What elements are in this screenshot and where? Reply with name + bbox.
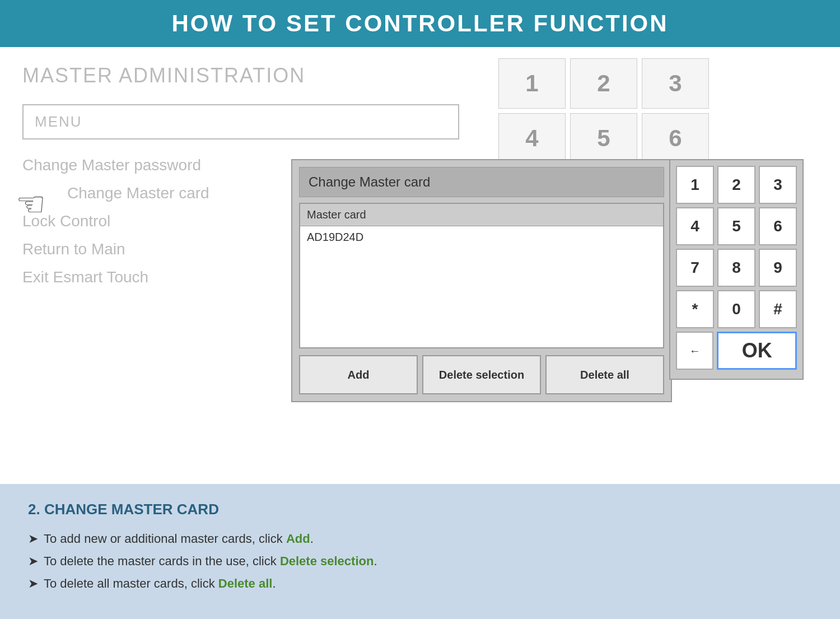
info-text-3: To delete all master cards, click Delete…: [44, 576, 276, 591]
dialog-keypad: 1 2 3 4 5 6 7 8 9 * 0 # ← OK: [669, 159, 804, 380]
delete-all-button[interactable]: Delete all: [545, 355, 664, 394]
bg-key-5: 5: [570, 113, 637, 164]
info-section: 2. CHANGE MASTER CARD ➤ To add new or ad…: [0, 484, 840, 619]
dialog-title: Change Master card: [299, 167, 664, 197]
dialog-keypad-row-1: 1 2 3: [676, 166, 797, 204]
info-text-2: To delete the master cards in the use, c…: [44, 554, 377, 569]
page-title: HOW TO SET CONTROLLER FUNCTION: [0, 10, 840, 37]
info-item-add: ➤ To add new or additional master cards,…: [28, 532, 812, 546]
dialog-keypad-row-2: 4 5 6: [676, 207, 797, 245]
dialog-key-back[interactable]: ←: [676, 332, 713, 370]
info-section-title: 2. CHANGE MASTER CARD: [28, 501, 812, 518]
delete-selection-button[interactable]: Delete selection: [422, 355, 541, 394]
keypad-row-2: 4 5 6: [498, 113, 823, 164]
change-master-card-dialog: Change Master card Master card AD19D24D …: [291, 159, 672, 402]
dialog-key-5[interactable]: 5: [717, 207, 755, 245]
master-admin-title: MASTER ADMINISTRATION: [22, 64, 459, 87]
dialog-keypad-row-4: * 0 #: [676, 290, 797, 328]
dialog-buttons: Add Delete selection Delete all: [299, 355, 664, 394]
info-item-delete-all: ➤ To delete all master cards, click Dele…: [28, 576, 812, 591]
list-item-card[interactable]: AD19D24D: [300, 226, 663, 248]
info-item-delete-selection: ➤ To delete the master cards in the use,…: [28, 554, 812, 569]
dialog-key-9[interactable]: 9: [759, 249, 797, 287]
dialog-key-ok[interactable]: OK: [717, 332, 797, 370]
page-header: HOW TO SET CONTROLLER FUNCTION: [0, 0, 840, 47]
dialog-keypad-row-3: 7 8 9: [676, 249, 797, 287]
menu-box: MENU: [22, 104, 459, 139]
arrow-icon-1: ➤: [28, 532, 38, 546]
dialog-key-3[interactable]: 3: [759, 166, 797, 204]
arrow-icon-2: ➤: [28, 554, 38, 569]
dialog-list-header: Master card: [300, 204, 663, 226]
dialog-key-8[interactable]: 8: [717, 249, 755, 287]
bg-key-3: 3: [642, 58, 709, 109]
dialog-key-star[interactable]: *: [676, 290, 714, 328]
main-content: MASTER ADMINISTRATION MENU ☜ Change Mast…: [0, 47, 840, 484]
bg-key-4: 4: [498, 113, 566, 164]
dialog-key-1[interactable]: 1: [676, 166, 714, 204]
dialog-key-6[interactable]: 6: [759, 207, 797, 245]
menu-label: MENU: [35, 113, 82, 130]
dialog-key-0[interactable]: 0: [717, 290, 755, 328]
bg-key-6: 6: [642, 113, 709, 164]
arrow-icon-3: ➤: [28, 576, 38, 591]
bg-key-1: 1: [498, 58, 566, 109]
dialog-key-2[interactable]: 2: [717, 166, 755, 204]
dialog-keypad-row-5: ← OK: [676, 332, 797, 370]
dialog-list-box[interactable]: Master card AD19D24D: [299, 203, 664, 348]
add-button[interactable]: Add: [299, 355, 418, 394]
bg-key-2: 2: [570, 58, 637, 109]
keypad-row-1: 1 2 3: [498, 58, 823, 109]
dialog-key-4[interactable]: 4: [676, 207, 714, 245]
dialog-key-7[interactable]: 7: [676, 249, 714, 287]
dialog-key-hash[interactable]: #: [759, 290, 797, 328]
info-text-1: To add new or additional master cards, c…: [44, 532, 314, 546]
